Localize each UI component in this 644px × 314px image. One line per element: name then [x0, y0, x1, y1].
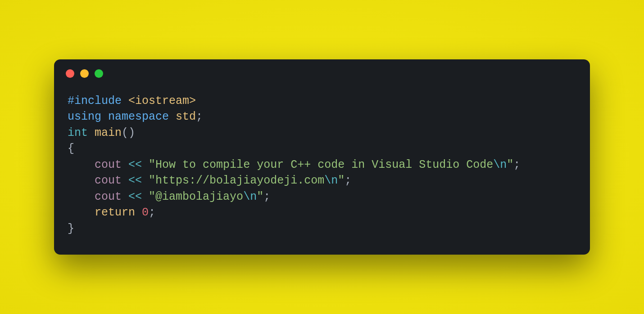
code-line-9: }	[68, 222, 74, 235]
code-line-8: return 0;	[68, 206, 155, 219]
preprocessor-include: #include	[68, 94, 122, 108]
code-line-2: using namespace std;	[68, 110, 203, 123]
type-int: int	[68, 126, 88, 139]
code-line-4: {	[68, 142, 74, 155]
semicolon: ;	[263, 190, 270, 203]
keyword-using: using	[68, 110, 101, 123]
string-quote-open: "	[149, 190, 155, 203]
header-name: iostream	[135, 94, 189, 108]
close-icon[interactable]	[66, 69, 74, 78]
brace-open: {	[68, 142, 74, 155]
operator-insertion: <<	[128, 174, 142, 187]
semicolon: ;	[513, 158, 520, 171]
escape-newline: \n	[493, 158, 507, 171]
maximize-icon[interactable]	[95, 69, 103, 78]
angle-close: >	[189, 94, 196, 108]
code-window: #include <iostream> using namespace std;…	[54, 59, 590, 255]
string-body: https://bolajiayodeji.com	[155, 174, 324, 187]
operator-insertion: <<	[128, 190, 142, 203]
string-body: @iambolajiayo	[155, 190, 243, 203]
minimize-icon[interactable]	[80, 69, 89, 78]
identifier-cout: cout	[95, 190, 122, 203]
code-line-5: cout << "How to compile your C++ code in…	[68, 158, 520, 171]
literal-zero: 0	[142, 206, 149, 219]
code-body: #include <iostream> using namespace std;…	[54, 82, 590, 255]
parens: ()	[122, 126, 135, 139]
keyword-namespace: namespace	[108, 110, 169, 123]
window-titlebar	[54, 59, 590, 82]
semicolon: ;	[196, 110, 203, 123]
string-quote-close: "	[338, 174, 345, 187]
string-quote-close: "	[507, 158, 513, 171]
string-quote-close: "	[257, 190, 263, 203]
angle-open: <	[128, 94, 135, 108]
code-line-6: cout << "https://bolajiayodeji.com\n";	[68, 174, 351, 187]
code-line-3: int main()	[68, 126, 135, 139]
string-quote-open: "	[149, 174, 155, 187]
code-line-7: cout << "@iambolajiayo\n";	[68, 190, 270, 203]
namespace-std: std	[176, 110, 196, 123]
string-quote-open: "	[149, 158, 155, 171]
func-main: main	[95, 126, 122, 139]
semicolon: ;	[345, 174, 351, 187]
escape-newline: \n	[243, 190, 257, 203]
identifier-cout: cout	[95, 174, 122, 187]
operator-insertion: <<	[128, 158, 142, 171]
keyword-return: return	[95, 206, 135, 219]
semicolon: ;	[149, 206, 155, 219]
brace-close: }	[68, 222, 74, 235]
identifier-cout: cout	[95, 158, 122, 171]
string-body: How to compile your C++ code in Visual S…	[155, 158, 493, 171]
escape-newline: \n	[324, 174, 338, 187]
code-line-1: #include <iostream>	[68, 94, 196, 108]
